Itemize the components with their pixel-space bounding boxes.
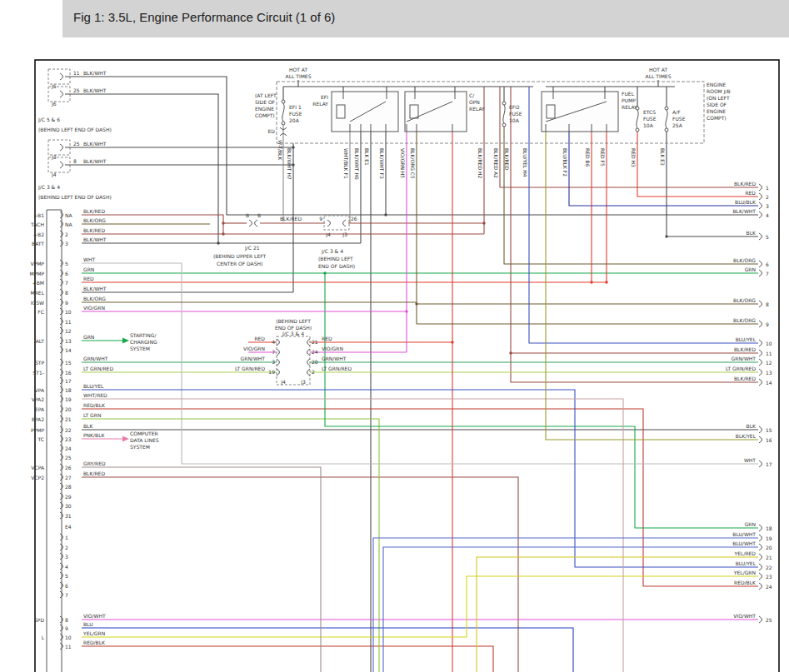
wire-color-label: BLK/RED: [83, 208, 105, 214]
diagram-label: CHARGING: [130, 339, 157, 345]
ecm-pin-bracket: [759, 350, 762, 356]
diagram-label: (BEHIND LEFT END OF DASH): [38, 194, 112, 200]
etcs-fuse-element: [637, 110, 638, 128]
diagram-label: BLK/RED: [280, 216, 302, 222]
pin-number: 5: [65, 261, 68, 266]
vertical-wire-label: BLU/BLK F2: [562, 148, 568, 177]
wire-color-label: BLK: [83, 423, 93, 429]
pin-number: 7: [766, 271, 769, 276]
wire-blk-org: [504, 125, 758, 264]
wire-color-label: GRN/WHT: [241, 356, 266, 361]
wire-color-label: BLK/RED: [734, 181, 756, 187]
terminal-name: VCPA: [31, 465, 45, 470]
diagram-label: ALL TIMES: [646, 73, 672, 79]
pin-number: 4: [272, 339, 275, 345]
pin-number: 18: [65, 387, 72, 393]
vertical-wire-label: WHT/BLK F1: [343, 148, 349, 179]
wire-red-blk: [82, 409, 758, 586]
pin-number: 21: [312, 339, 318, 345]
diagram-label: COMPT): [255, 112, 275, 118]
ecm-pin-bracket: [759, 583, 762, 590]
wire-wht: [82, 263, 758, 464]
pin-number: 21: [65, 416, 72, 422]
terminal-name: TACH: [30, 222, 44, 227]
pin-number: 26: [65, 465, 72, 470]
ecm-pin-bracket: [759, 554, 762, 560]
terminal-name: BATT: [32, 241, 44, 246]
wire-color-label: BLK/WHT: [83, 236, 107, 242]
wire-color-label: BLK/WHT: [83, 141, 107, 147]
diagram-label: ROOM J/B: [707, 88, 731, 95]
connector-pin: [60, 73, 63, 80]
wire-color-label: YEL/RED: [734, 550, 757, 556]
vertical-wire-label: BLK/RED A2: [493, 148, 499, 178]
wire-color-label: LT GRN/RED: [235, 366, 265, 371]
pin-number: 6: [65, 271, 68, 276]
ecm-pin-bracket: [759, 261, 762, 267]
pin-number: 16: [766, 437, 772, 443]
diagram-label: COMPUTER: [130, 431, 158, 436]
wire-color-label: BLK/YEL: [736, 433, 757, 439]
pin-number: 22: [65, 427, 72, 433]
terminal-name: +BM: [32, 280, 44, 286]
terminal-name: ALT: [36, 338, 45, 344]
c-opn-relay-box: [405, 92, 467, 132]
pin-number: NA: [65, 212, 72, 218]
pin-number: 8: [65, 290, 68, 296]
efi1-fuse-terminal: [282, 122, 285, 125]
ecm-pin-bracket: [759, 573, 762, 580]
diagram-label: (ON LEFT: [707, 95, 730, 101]
wire-color-label: LT GRN/RED: [322, 366, 352, 371]
ecm-pin-bracket: [759, 616, 762, 623]
etcs-fuse-terminal: [636, 128, 639, 132]
pin-number: 27: [65, 475, 72, 480]
jc34-pin: [307, 369, 311, 376]
wire-color-label: PNK/BLK: [83, 432, 106, 438]
pin-number: 14: [65, 347, 72, 353]
af-fuse-terminal: [665, 128, 668, 132]
pin-number: 3: [272, 359, 275, 365]
wire-color-label: LT GRN/RED: [83, 366, 113, 371]
wire-color-label: VIO/WHT: [733, 613, 756, 619]
efi2-fuse-terminal: [502, 102, 506, 105]
diagram-label: SIDE OF: [255, 99, 276, 105]
diagram-label: 9: [319, 216, 322, 222]
pin-number: 24: [766, 584, 772, 590]
efi1-fuse-terminal: [282, 100, 285, 103]
pin-number: 11: [65, 644, 72, 650]
terminal-name: VPA: [35, 387, 45, 393]
pin-number: 18: [766, 525, 772, 531]
diagram-label: FUEL: [622, 91, 635, 97]
diagram-label: B: [246, 212, 249, 218]
efi-relay-box: [332, 92, 398, 132]
wire-color-label: GRN: [83, 334, 94, 340]
ecm-pin-bracket: [759, 369, 762, 376]
jc34-pin: [277, 349, 280, 356]
ecm-pin-bracket: [759, 564, 762, 570]
system-arrowhead: [122, 436, 129, 442]
pin-number: 1: [65, 535, 68, 540]
wire-color-label: BLK/ORG: [83, 296, 106, 301]
pin-number: 30: [65, 503, 72, 509]
diagram-label: END OF DASH): [318, 263, 355, 269]
pin-number: 8: [73, 158, 77, 164]
wire-color-label: GRN: [745, 266, 756, 272]
wire-color-label: RED: [254, 336, 265, 341]
diagram-label: ENGINE: [707, 82, 726, 87]
b-connector: [255, 220, 258, 226]
ecm-pin-bracket: [759, 321, 762, 327]
junction-dot: [590, 281, 592, 283]
wire-color-label: RED/BLK: [83, 402, 106, 408]
wire-blu: [82, 628, 573, 672]
jc21-connector-box: [324, 216, 349, 230]
diagram-label: J/C 5 & 6: [37, 117, 60, 123]
wire-color-label: VIO/GRN: [243, 346, 265, 351]
pin-number: 9: [65, 300, 68, 306]
ecm-pin-bracket: [759, 379, 762, 386]
ecm-pin-bracket: [759, 460, 762, 467]
diagram-label: ED: [268, 128, 276, 134]
af-fuse-terminal: [665, 107, 668, 110]
diagram-label: (BEHIND LEFT END OF DASH): [38, 127, 112, 132]
jc21-pin: [343, 220, 347, 226]
pin-number: 19: [268, 369, 275, 375]
